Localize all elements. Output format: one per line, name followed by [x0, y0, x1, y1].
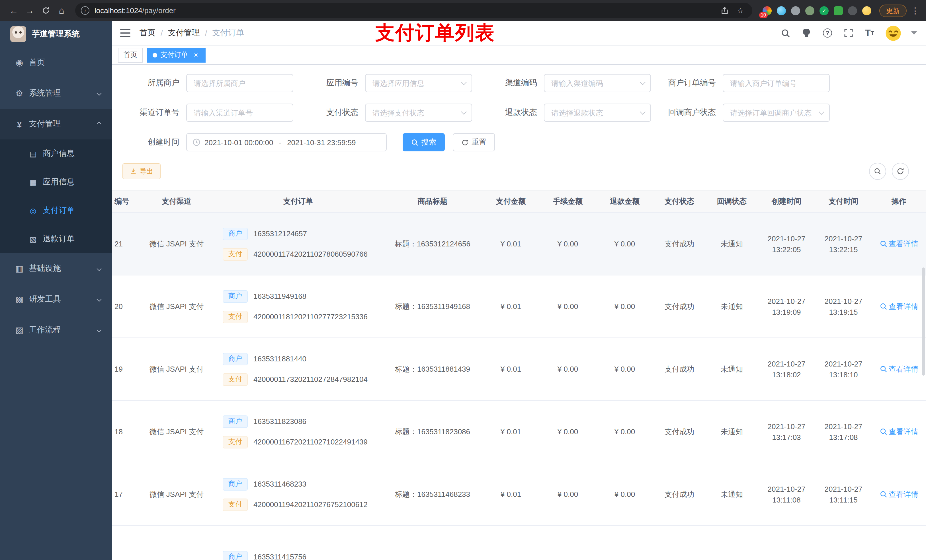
update-button[interactable]: 更新 — [879, 4, 906, 17]
sidebar-item-label: 工作流程 — [29, 325, 61, 335]
tab-pay-order[interactable]: 支付订单 × — [147, 48, 206, 62]
view-detail-link[interactable]: 查看详情 — [879, 364, 918, 374]
forward-button[interactable]: → — [22, 3, 38, 18]
browser-menu-icon[interactable]: ⋮ — [910, 3, 920, 18]
sidebar-item-label: 商户信息 — [43, 148, 75, 159]
ext-icon-pin[interactable] — [848, 6, 857, 15]
tab-home[interactable]: 首页 — [118, 48, 143, 62]
table-body: 21微信 JSAPI 支付商户1635312124657支付4200001174… — [112, 213, 926, 560]
share-icon[interactable] — [718, 4, 731, 17]
site-info-icon[interactable]: i — [81, 6, 89, 15]
breadcrumb-payment[interactable]: 支付管理 — [168, 28, 200, 38]
merchant-order-no: 1635311823086 — [253, 417, 306, 426]
column-header: 回调状态 — [706, 191, 758, 212]
ext-icon-colorful[interactable]: 10 — [763, 6, 772, 15]
home-button[interactable]: ⌂ — [53, 3, 70, 18]
ext-icon-blue[interactable] — [777, 6, 786, 15]
reset-button[interactable]: 重置 — [453, 133, 495, 151]
filter-select[interactable] — [723, 104, 830, 122]
search-icon[interactable] — [780, 27, 791, 39]
breadcrumb: 首页 / 支付管理 / 支付订单 — [139, 28, 244, 38]
view-detail-link[interactable]: 查看详情 — [879, 427, 918, 437]
pay-order-no: 4200001167202110271022491439 — [253, 438, 368, 446]
filter-select[interactable] — [544, 74, 651, 92]
page-title-annotation: 支付订单列表 — [375, 20, 495, 46]
search-button[interactable]: 搜索 — [402, 133, 445, 151]
fullscreen-icon[interactable] — [843, 27, 854, 39]
filter-label: 应用编号 — [301, 78, 358, 88]
cell-status: 支付成功 — [653, 338, 706, 400]
address-bar[interactable]: i localhost:1024/pay/order ☆ — [75, 3, 752, 18]
filter-select[interactable] — [365, 74, 472, 92]
cell-action: 查看详情 — [872, 213, 926, 275]
view-detail-link[interactable]: 查看详情 — [879, 239, 918, 249]
filter-input-field[interactable] — [544, 104, 651, 122]
chevron-down-icon[interactable] — [911, 31, 917, 35]
pay-order-no: 4200001174202110278060590766 — [253, 250, 368, 258]
reload-button[interactable] — [38, 3, 53, 18]
filter-label: 渠道订单号 — [123, 107, 179, 118]
filter-input-field[interactable] — [723, 104, 830, 122]
scrollbar-thumb[interactable] — [922, 267, 925, 376]
ext-icon-chat[interactable] — [834, 6, 843, 15]
view-detail-link[interactable]: 查看详情 — [879, 489, 918, 500]
github-icon[interactable] — [801, 27, 812, 39]
bookmark-star-icon[interactable]: ☆ — [734, 4, 747, 17]
sidebar-item-refund-order[interactable]: ▧ 退款订单 — [0, 225, 112, 253]
header-actions: ? TT — [780, 25, 917, 41]
sidebar-item-devtools[interactable]: ▩ 研发工具 — [0, 284, 112, 315]
sidebar-item-infra[interactable]: ▥ 基础设施 — [0, 253, 112, 284]
filter-input-field[interactable] — [365, 104, 472, 122]
filter-input-field[interactable] — [186, 74, 293, 92]
filter-input-field[interactable] — [365, 74, 472, 92]
column-header: 操作 — [872, 191, 926, 212]
filter-field: 渠道编码 — [480, 74, 651, 92]
breadcrumb-home[interactable]: 首页 — [139, 28, 156, 38]
filter-input[interactable] — [186, 74, 293, 92]
sidebar-item-workflow[interactable]: ▨ 工作流程 — [0, 315, 112, 346]
date-range-input[interactable]: 2021-10-01 00:00:00 - 2021-10-31 23:59:5… — [186, 133, 387, 151]
sidebar-item-payment[interactable]: ¥ 支付管理 — [0, 109, 112, 139]
app-logo[interactable]: 芋道管理系统 — [0, 21, 112, 47]
column-header: 创建时间 — [758, 191, 815, 212]
cell-status: 支付成功 — [653, 401, 706, 463]
ext-icon-emoji[interactable] — [862, 6, 872, 15]
export-button[interactable]: 导出 — [123, 163, 160, 179]
ext-icon-grey[interactable] — [791, 6, 800, 15]
sidebar-item-label: 应用信息 — [43, 177, 75, 187]
font-size-icon[interactable]: TT — [864, 27, 875, 39]
close-icon[interactable]: × — [192, 51, 200, 59]
ext-icon-olive[interactable] — [805, 6, 814, 15]
pay-tag: 支付 — [223, 311, 248, 323]
filter-select[interactable] — [544, 104, 651, 122]
avatar[interactable] — [885, 25, 902, 41]
filter-input[interactable] — [723, 74, 830, 92]
help-icon[interactable]: ? — [822, 27, 833, 39]
view-detail-link[interactable]: 查看详情 — [879, 301, 918, 312]
filter-input-field[interactable] — [186, 104, 293, 122]
column-header: 商品标题 — [383, 191, 483, 212]
filter-row-3: 创建时间 2021-10-01 00:00:00 - 2021-10-31 23… — [112, 133, 926, 151]
search-toggle-button[interactable] — [869, 163, 886, 180]
cell-paid-time: 2021-10-2713:19:15 — [815, 275, 872, 338]
sidebar-item-system[interactable]: ⚙ 系统管理 — [0, 78, 112, 109]
ext-icon-green-check[interactable]: ✓ — [820, 6, 829, 15]
table-row: 21微信 JSAPI 支付商户1635312124657支付4200001174… — [112, 213, 926, 275]
sidebar-item-home[interactable]: ◉ 首页 — [0, 47, 112, 78]
merchant-order-no: 1635311415756 — [253, 552, 306, 560]
cell-channel: 微信 JSAPI 支付 — [139, 213, 213, 275]
sidebar-item-merchant-info[interactable]: ▤ 商户信息 — [0, 139, 112, 168]
pay-tag: 支付 — [223, 436, 248, 448]
filter-input-field[interactable] — [723, 74, 830, 92]
cell-fee: ¥ 0.00 — [539, 463, 596, 525]
filter-input-field[interactable] — [544, 74, 651, 92]
filter-select[interactable] — [365, 104, 472, 122]
filter-input[interactable] — [186, 104, 293, 122]
sidebar-item-pay-order[interactable]: ◎ 支付订单 — [0, 196, 112, 225]
cell-refund: ¥ 0.00 — [596, 275, 653, 338]
back-button[interactable]: ← — [6, 3, 22, 18]
hamburger-icon[interactable] — [120, 29, 130, 37]
sidebar-item-app-info[interactable]: ▦ 应用信息 — [0, 168, 112, 196]
refresh-button[interactable] — [892, 163, 909, 180]
cell-title: 标题：1635311823086 — [383, 401, 483, 463]
